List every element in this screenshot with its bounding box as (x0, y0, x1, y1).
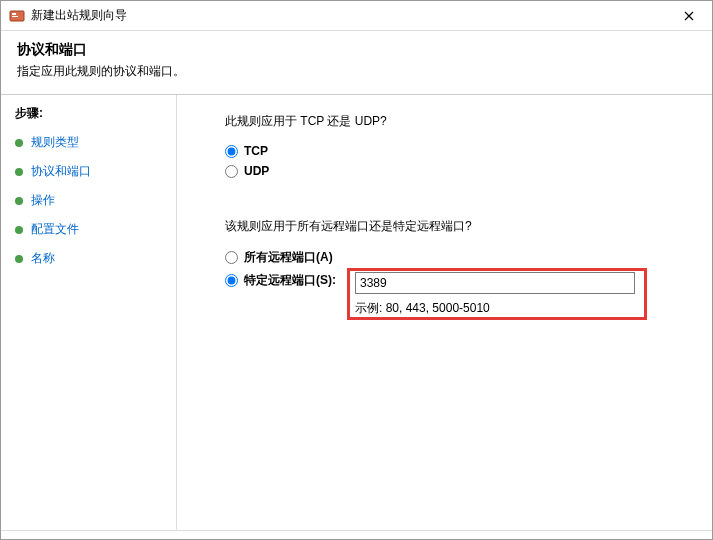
radio-udp[interactable] (225, 165, 238, 178)
step-label: 名称 (31, 250, 55, 267)
ports-all-row[interactable]: 所有远程端口(A) (225, 249, 688, 266)
ports-example: 示例: 80, 443, 5000-5010 (355, 300, 635, 317)
step-name[interactable]: 名称 (15, 250, 168, 267)
titlebar: 新建出站规则向导 (1, 1, 712, 31)
wizard-body: 步骤: 规则类型 协议和端口 操作 配置文件 名称 此规则应用于 TCP 还是 … (1, 95, 712, 530)
protocol-tcp-row[interactable]: TCP (225, 144, 688, 158)
main-panel: 此规则应用于 TCP 还是 UDP? TCP UDP 该规则应用于所有远程端口还… (176, 95, 712, 530)
radio-specific-ports[interactable] (225, 274, 238, 287)
protocol-udp-row[interactable]: UDP (225, 164, 688, 178)
wizard-footer: < 上一步(B) 下一步(N) > 取消 (1, 530, 712, 540)
step-label: 配置文件 (31, 221, 79, 238)
close-button[interactable] (666, 1, 712, 31)
bullet-icon (15, 168, 23, 176)
ports-specific-radio-row[interactable]: 特定远程端口(S): (225, 272, 355, 289)
bullet-icon (15, 139, 23, 147)
step-label: 规则类型 (31, 134, 79, 151)
page-header: 协议和端口 指定应用此规则的协议和端口。 (1, 31, 712, 95)
svg-rect-1 (12, 13, 16, 15)
steps-sidebar: 步骤: 规则类型 协议和端口 操作 配置文件 名称 (1, 95, 176, 530)
ports-question: 该规则应用于所有远程端口还是特定远程端口? (225, 218, 688, 235)
step-label: 协议和端口 (31, 163, 91, 180)
radio-tcp[interactable] (225, 145, 238, 158)
step-protocol-ports[interactable]: 协议和端口 (15, 163, 168, 180)
svg-rect-2 (12, 16, 18, 17)
steps-heading: 步骤: (15, 105, 168, 122)
radio-all-ports[interactable] (225, 251, 238, 264)
radio-tcp-label: TCP (244, 144, 268, 158)
bullet-icon (15, 226, 23, 234)
app-icon (9, 8, 25, 24)
step-action[interactable]: 操作 (15, 192, 168, 209)
radio-all-ports-label: 所有远程端口(A) (244, 249, 333, 266)
radio-specific-ports-label: 特定远程端口(S): (244, 272, 336, 289)
window-title: 新建出站规则向导 (31, 7, 666, 24)
bullet-icon (15, 255, 23, 263)
specific-ports-input[interactable] (355, 272, 635, 294)
protocol-question: 此规则应用于 TCP 还是 UDP? (225, 113, 688, 130)
radio-udp-label: UDP (244, 164, 269, 178)
step-rule-type[interactable]: 规则类型 (15, 134, 168, 151)
step-profile[interactable]: 配置文件 (15, 221, 168, 238)
page-title: 协议和端口 (17, 41, 696, 59)
page-subtitle: 指定应用此规则的协议和端口。 (17, 63, 696, 80)
ports-specific-row: 特定远程端口(S): 示例: 80, 443, 5000-5010 (225, 272, 688, 317)
bullet-icon (15, 197, 23, 205)
step-label: 操作 (31, 192, 55, 209)
